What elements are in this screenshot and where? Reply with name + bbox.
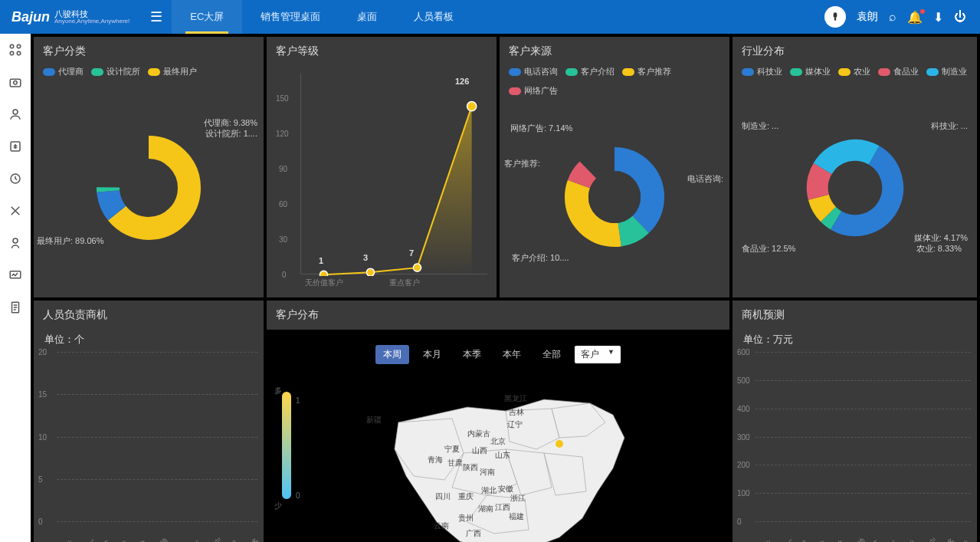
- header: Bajun 八骏科技 Anyone,Anytime,Anywhere! ☰ EC…: [0, 0, 980, 34]
- prov-label: 宁夏: [444, 444, 460, 455]
- menu-toggle-icon[interactable]: ☰: [141, 8, 172, 25]
- panel-customer-source: 客户来源 电话咨询 客户介绍 客户推荐 网络广告 网络广告: 7.14% 客户推…: [500, 37, 729, 297]
- bar-chart: 0100200300400500600成才伍六一小艺小敏小帅马小帅小艺张三袁朗甘…: [733, 350, 977, 542]
- pie-chart: 科技业: ... 媒体业: 4.17% 农业: 8.33% 食品业: 12.5%…: [733, 77, 977, 297]
- legend-item[interactable]: 食品业: [878, 66, 919, 77]
- svg-point-11: [13, 238, 18, 243]
- svg-point-3: [17, 44, 21, 48]
- map-controls: 本周 本月 本季 本年 全部 客户: [267, 330, 729, 369]
- prov-label: 湖北: [481, 485, 497, 496]
- main-grid: 客户分类 代理商 设计院所 最终用户 代理商: 9.38% 设计院所: 1...…: [31, 34, 980, 542]
- legend-item[interactable]: 媒体业: [790, 66, 831, 77]
- grid-icon[interactable]: [8, 43, 22, 57]
- grad-label-hi: 多: [274, 386, 282, 396]
- panel-title: 客户分布: [267, 301, 729, 330]
- bar-chart: 05101520成才伍六一小艺小敏小帅马小帅史今张三甘小宁袁朗许三多: [34, 350, 264, 542]
- tab-label: 人员看板: [414, 10, 454, 24]
- line-chart: 0 30 60 90 120 150 无价值客户 重点客户 1 3: [267, 66, 497, 297]
- x-tick: 重点客户: [389, 278, 420, 288]
- panel-customer-level: 客户等级 0 30 60 90 120 150 无价值客户 重点客户: [267, 37, 497, 297]
- logo-cn: 八骏科技: [54, 9, 129, 18]
- legend: 代理商 设计院所 最终用户: [34, 66, 264, 77]
- prov-label: 内蒙古: [467, 429, 490, 439]
- prov-label: 辽宁: [507, 419, 523, 430]
- sidebar: [0, 34, 31, 542]
- user-name[interactable]: 袁朗: [857, 10, 878, 24]
- legend-item[interactable]: 电话咨询: [509, 66, 558, 77]
- legend-item[interactable]: 制造业: [926, 66, 967, 77]
- point-label: 1: [319, 256, 323, 265]
- prov-label: 黑龙江: [504, 393, 527, 404]
- camera-icon[interactable]: [8, 75, 22, 89]
- bell-icon[interactable]: 🔔: [907, 10, 923, 25]
- legend-label: 设计院所: [107, 66, 140, 77]
- legend-item[interactable]: 设计院所: [91, 66, 140, 77]
- profile-icon[interactable]: [8, 236, 22, 250]
- point-label: 126: [455, 77, 469, 86]
- grad-label-0: 0: [296, 491, 300, 500]
- header-right: 袁朗 ⌕ 🔔 ⬇ ⏻: [811, 6, 980, 28]
- download-icon[interactable]: ⬇: [933, 10, 943, 25]
- monitor-icon[interactable]: [8, 268, 22, 282]
- svg-point-4: [10, 51, 14, 55]
- x-tick: 无价值客户: [305, 278, 343, 288]
- prov-label: 云南: [434, 521, 449, 531]
- panel-title: 客户来源: [500, 37, 729, 66]
- filter-all[interactable]: 全部: [535, 345, 569, 364]
- legend-label: 科技业: [757, 66, 782, 77]
- power-icon[interactable]: ⏻: [954, 10, 966, 24]
- legend-item[interactable]: 客户介绍: [565, 66, 615, 77]
- avatar[interactable]: [824, 6, 846, 28]
- y-tick: 120: [276, 130, 289, 138]
- user-icon[interactable]: [8, 107, 22, 121]
- svg-rect-0: [834, 12, 837, 18]
- legend-item[interactable]: 客户推荐: [622, 66, 671, 77]
- prov-label: 湖南: [478, 504, 493, 514]
- map-area: 多 1 少 0 新疆 黑龙江 吉林 辽宁: [267, 369, 729, 542]
- tab-sales-desktop[interactable]: 销售管理桌面: [242, 0, 339, 34]
- target-icon[interactable]: [8, 172, 22, 186]
- legend-item[interactable]: 最终用户: [148, 66, 197, 77]
- panel-person-opp: 人员负责商机 单位：个 05101520成才伍六一小艺小敏小帅马小帅史今张三甘小…: [34, 301, 264, 542]
- filter-year[interactable]: 本年: [495, 345, 529, 364]
- body: 客户分类 代理商 设计院所 最终用户 代理商: 9.38% 设计院所: 1...…: [0, 34, 980, 542]
- svg-point-18: [366, 268, 374, 276]
- svg-point-19: [413, 264, 421, 271]
- search-icon[interactable]: ⌕: [889, 10, 896, 24]
- legend-item[interactable]: 代理商: [43, 66, 84, 77]
- map-select[interactable]: 客户: [575, 346, 621, 363]
- panel-opp-forecast: 商机预测 单位：万元 0100200300400500600成才伍六一小艺小敏小…: [733, 301, 977, 542]
- header-tabs: EC大屏 销售管理桌面 桌面 人员看板: [172, 0, 472, 34]
- y-tick: 0: [282, 271, 287, 279]
- prov-label: 青海: [428, 455, 443, 465]
- prov-label: 广西: [466, 528, 481, 539]
- tab-ec-screen[interactable]: EC大屏: [172, 0, 242, 34]
- slice-label: 设计院所: 1....: [205, 128, 257, 140]
- legend-item[interactable]: 农业: [838, 66, 870, 77]
- legend-item[interactable]: 网络广告: [509, 85, 558, 97]
- tab-desktop[interactable]: 桌面: [339, 0, 395, 34]
- prov-label: 山西: [472, 445, 487, 456]
- panel-title: 商机预测: [733, 301, 977, 330]
- prov-label: 重庆: [458, 491, 474, 502]
- filter-month[interactable]: 本月: [415, 345, 449, 364]
- slice-label: 科技业: ...: [931, 120, 968, 132]
- svg-point-17: [320, 271, 327, 276]
- document-icon[interactable]: [8, 301, 22, 314]
- panel-industry: 行业分布 科技业 媒体业 农业 食品业 制造业 科技业: ... 媒体业: 4.…: [733, 37, 977, 297]
- legend-label: 网络广告: [524, 85, 558, 97]
- legend-label: 客户推荐: [637, 66, 671, 77]
- y-tick: 150: [276, 94, 289, 103]
- tab-personnel[interactable]: 人员看板: [395, 0, 472, 34]
- filter-quarter[interactable]: 本季: [455, 345, 489, 364]
- prov-label: 江西: [495, 502, 510, 513]
- money-icon[interactable]: [8, 140, 22, 153]
- tab-label: 桌面: [357, 10, 377, 24]
- svg-point-8: [13, 110, 18, 114]
- tools-icon[interactable]: [8, 204, 22, 218]
- unit-label: 单位：万元: [733, 330, 977, 350]
- tab-label: 销售管理桌面: [261, 10, 320, 24]
- filter-week[interactable]: 本周: [375, 345, 409, 364]
- prov-label: 浙江: [510, 493, 526, 504]
- legend-item[interactable]: 科技业: [742, 66, 782, 77]
